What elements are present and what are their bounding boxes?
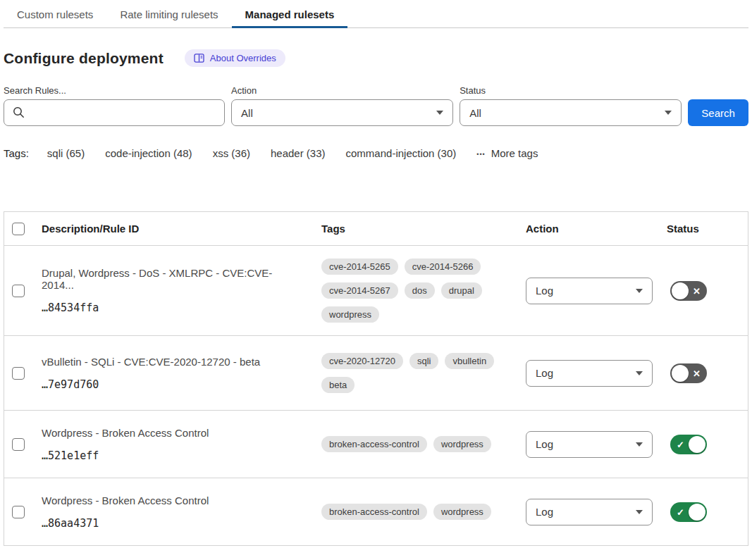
action-select[interactable]: Log (526, 431, 653, 458)
tag-pill: wordpress (433, 436, 491, 452)
check-icon: ✓ (677, 439, 684, 449)
select-all-checkbox[interactable] (12, 223, 25, 235)
action-filter-label: Action (231, 85, 453, 96)
rule-id: …84534ffa (42, 301, 304, 314)
tag-pill: vbulletin (445, 353, 494, 369)
rule-tags: broken-access-controlwordpress (318, 504, 522, 520)
tag-filter-command-injection[interactable]: command-injection (30) (346, 147, 457, 159)
rule-description: Wordpress - Broken Access Control (42, 494, 304, 506)
status-toggle[interactable]: ✓ (670, 435, 707, 454)
tag-pill: wordpress (433, 504, 491, 520)
tag-pill: sqli (409, 353, 439, 369)
tag-filter-code-injection[interactable]: code-injection (48) (105, 147, 192, 159)
toggle-knob (672, 365, 689, 382)
chevron-down-icon (636, 442, 643, 447)
column-header-tags: Tags (318, 223, 522, 235)
action-select-value: Log (536, 506, 553, 518)
filter-bar: Search Rules... Action All Status (4, 85, 748, 126)
table-body: Drupal, Wordpress - DoS - XMLRPC - CVE:C… (4, 246, 748, 546)
status-filter-label: Status (460, 85, 682, 96)
tag-filter-sqli[interactable]: sqli (65) (47, 147, 85, 159)
tag-pill: cve-2014-5267 (321, 282, 398, 299)
column-header-description: Description/Rule ID (38, 223, 318, 235)
rule-id: …7e97d760 (42, 378, 304, 391)
row-checkbox[interactable] (12, 367, 25, 380)
search-button[interactable]: Search (688, 99, 748, 126)
column-header-action: Action (522, 223, 663, 235)
status-filter-value: All (469, 107, 481, 119)
rule-id: …86aa4371 (42, 517, 304, 530)
tag-pill: broken-access-control (321, 436, 427, 452)
status-filter-select[interactable]: All (460, 99, 682, 126)
tag-pill: cve-2014-5265 (321, 259, 398, 275)
action-select[interactable]: Log (526, 278, 653, 304)
page-title: Configure deployment (4, 50, 164, 67)
table-row: Wordpress - Broken Access Control …521e1… (4, 411, 748, 478)
rule-tags: cve-2014-5265cve-2014-5266cve-2014-5267d… (318, 259, 522, 323)
chevron-down-icon (636, 371, 643, 375)
search-icon (13, 106, 25, 121)
table-row: vBulletin - SQLi - CVE:CVE-2020-12720 - … (4, 336, 748, 411)
more-tags-label: More tags (491, 147, 538, 159)
search-rules-input[interactable] (4, 99, 225, 126)
book-icon (194, 54, 204, 63)
row-checkbox[interactable] (12, 285, 25, 297)
tab-managed-rulesets[interactable]: Managed rulesets (232, 0, 348, 28)
tab-rate-limiting-rulesets[interactable]: Rate limiting rulesets (106, 0, 231, 27)
status-toggle[interactable]: ✕ (670, 363, 707, 383)
about-overrides-link[interactable]: About Overrides (185, 49, 285, 67)
rule-description: Drupal, Wordpress - DoS - XMLRPC - CVE:C… (42, 267, 304, 291)
tag-pill: cve-2020-12720 (321, 353, 403, 369)
action-select-value: Log (536, 438, 553, 450)
more-tags-button[interactable]: ••• More tags (476, 147, 538, 159)
tag-pill: wordpress (321, 306, 379, 323)
search-rules-label: Search Rules... (4, 85, 225, 96)
tab-bar: Custom rulesets Rate limiting rulesets M… (4, 0, 748, 28)
page-header: Configure deployment About Overrides (4, 49, 748, 67)
tags-bar: Tags: sqli (65) code-injection (48) xss … (4, 147, 748, 159)
about-overrides-label: About Overrides (210, 53, 276, 63)
action-select-value: Log (536, 285, 553, 297)
table-row: Wordpress - Broken Access Control …86aa4… (4, 478, 748, 546)
chevron-down-icon (636, 289, 643, 293)
tag-pill: cve-2014-5266 (405, 259, 481, 275)
rule-tags: broken-access-controlwordpress (318, 436, 522, 452)
x-icon: ✕ (693, 368, 701, 378)
row-checkbox[interactable] (12, 506, 25, 518)
action-select-value: Log (536, 367, 553, 379)
tag-filter-xss[interactable]: xss (36) (213, 147, 250, 159)
tab-custom-rulesets[interactable]: Custom rulesets (4, 0, 106, 27)
check-icon: ✓ (677, 506, 684, 517)
table-header-row: Description/Rule ID Tags Action Status (4, 212, 748, 246)
rule-description: vBulletin - SQLi - CVE:CVE-2020-12720 - … (42, 356, 304, 368)
toggle-knob (689, 436, 705, 453)
tags-label: Tags: (4, 147, 29, 159)
tag-pill: drupal (441, 282, 482, 299)
rules-table: Description/Rule ID Tags Action Status D… (4, 211, 748, 546)
page: Custom rulesets Rate limiting rulesets M… (0, 0, 752, 546)
tag-pill: broken-access-control (321, 504, 427, 520)
chevron-down-icon (436, 111, 443, 115)
toggle-knob (672, 282, 689, 299)
row-checkbox[interactable] (12, 438, 25, 451)
rule-tags: cve-2020-12720sqlivbulletinbeta (318, 353, 522, 393)
toggle-knob (689, 504, 705, 521)
column-header-status: Status (663, 223, 748, 235)
rule-description: Wordpress - Broken Access Control (42, 427, 304, 439)
rule-id: …521e1eff (42, 449, 304, 462)
action-filter-select[interactable]: All (231, 99, 453, 126)
table-row: Drupal, Wordpress - DoS - XMLRPC - CVE:C… (4, 246, 748, 336)
chevron-down-icon (636, 510, 643, 514)
ellipsis-icon: ••• (476, 151, 485, 158)
status-toggle[interactable]: ✕ (670, 281, 707, 301)
action-select[interactable]: Log (526, 499, 653, 525)
tag-pill: beta (321, 377, 355, 393)
chevron-down-icon (665, 111, 672, 115)
tag-pill: dos (405, 282, 435, 299)
action-select[interactable]: Log (526, 360, 653, 387)
x-icon: ✕ (693, 285, 701, 296)
status-toggle[interactable]: ✓ (670, 502, 707, 522)
action-filter-value: All (241, 107, 253, 119)
tag-filter-header[interactable]: header (33) (271, 147, 326, 159)
